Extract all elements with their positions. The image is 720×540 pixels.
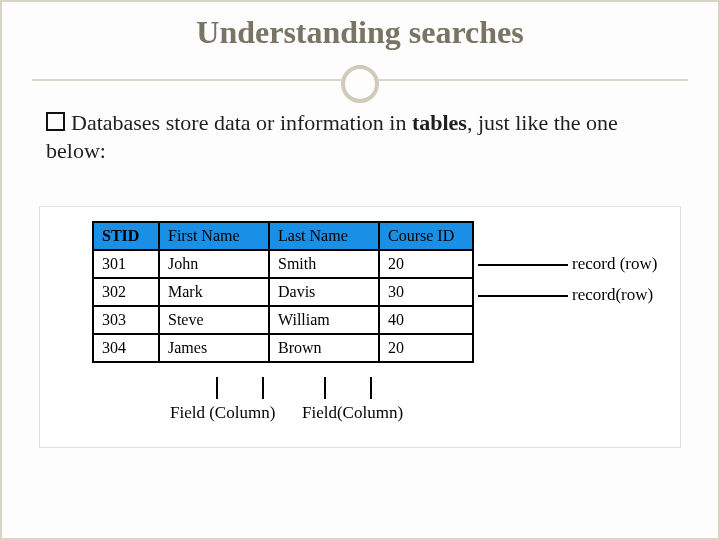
connector-line xyxy=(262,377,264,399)
cell: 302 xyxy=(93,278,159,306)
annotation-record-row-1: record (row) xyxy=(572,254,657,274)
cell: John xyxy=(159,250,269,278)
title-divider xyxy=(2,57,718,103)
slide: Understanding searches Databases store d… xyxy=(0,0,720,540)
connector-line xyxy=(216,377,218,399)
connector-line xyxy=(370,377,372,399)
connector-line xyxy=(478,295,568,297)
body-text-bold: tables xyxy=(412,110,467,135)
cell: 30 xyxy=(379,278,473,306)
annotation-field-column-2: Field(Column) xyxy=(302,403,403,423)
cell: William xyxy=(269,306,379,334)
slide-title: Understanding searches xyxy=(2,14,718,51)
cell: Davis xyxy=(269,278,379,306)
table-header-row: STID First Name Last Name Course ID xyxy=(93,222,473,250)
annotation-field-column-1: Field (Column) xyxy=(170,403,275,423)
body-paragraph: Databases store data or information in t… xyxy=(46,109,674,164)
annotation-record-row-2: record(row) xyxy=(572,285,653,305)
table-row: 303 Steve William 40 xyxy=(93,306,473,334)
body-text-pre: Databases store data or information in xyxy=(71,110,412,135)
header-stid: STID xyxy=(93,222,159,250)
database-table: STID First Name Last Name Course ID 301 … xyxy=(92,221,474,363)
header-firstname: First Name xyxy=(159,222,269,250)
cell: Brown xyxy=(269,334,379,362)
cell: 304 xyxy=(93,334,159,362)
header-lastname: Last Name xyxy=(269,222,379,250)
square-bullet-icon xyxy=(46,112,65,131)
cell: Smith xyxy=(269,250,379,278)
cell: 20 xyxy=(379,334,473,362)
cell: 303 xyxy=(93,306,159,334)
cell: 301 xyxy=(93,250,159,278)
connector-line xyxy=(478,264,568,266)
cell: Steve xyxy=(159,306,269,334)
cell: Mark xyxy=(159,278,269,306)
cell: James xyxy=(159,334,269,362)
connector-line xyxy=(324,377,326,399)
table-row: 301 John Smith 20 xyxy=(93,250,473,278)
table-row: 304 James Brown 20 xyxy=(93,334,473,362)
table-diagram: STID First Name Last Name Course ID 301 … xyxy=(39,206,681,448)
cell: 20 xyxy=(379,250,473,278)
header-courseid: Course ID xyxy=(379,222,473,250)
cell: 40 xyxy=(379,306,473,334)
table-row: 302 Mark Davis 30 xyxy=(93,278,473,306)
divider-circle-icon xyxy=(341,65,379,103)
